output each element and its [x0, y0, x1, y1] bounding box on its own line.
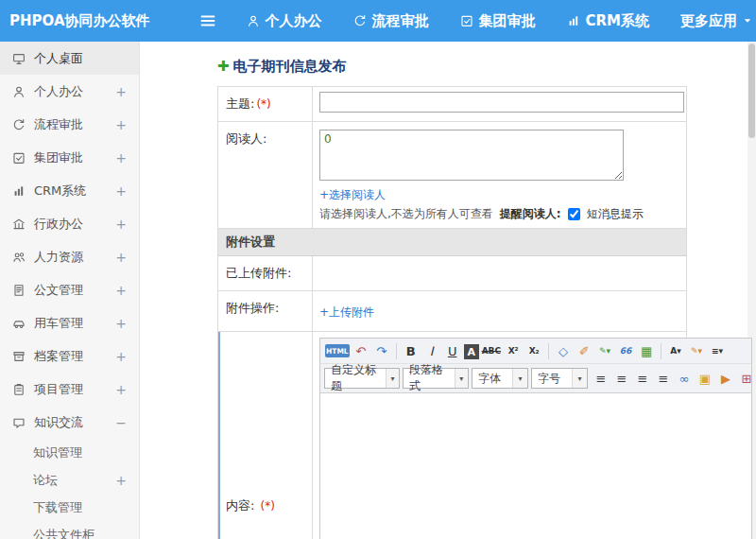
readers-hint: 请选择阅读人,不选为所有人可查看 [319, 206, 493, 222]
remove-format-button[interactable]: ◇ [554, 341, 573, 360]
people-icon [12, 251, 26, 264]
sidebar-item-label: 知识管理 [33, 444, 82, 461]
fullscreen-button[interactable]: ⊞ [737, 369, 751, 388]
sidebar-item-vehicle-management[interactable]: 用车管理 + [0, 306, 139, 339]
upload-attachment-link[interactable]: +上传附件 [319, 304, 374, 321]
desktop-icon [12, 52, 26, 65]
nav-personal-office[interactable]: 个人办公 [247, 12, 322, 30]
source-code-button[interactable]: HTML [325, 344, 350, 357]
list-button[interactable]: ≡▾ [708, 341, 727, 360]
sidebar-item-crm-system[interactable]: CRM系统 + [0, 174, 139, 207]
toolbar-separator [396, 343, 397, 359]
readers-textarea[interactable]: 0 [319, 130, 624, 181]
sidebar-item-document-management[interactable]: 公文管理 + [0, 273, 139, 306]
attachment-section-title: 附件设置 [218, 229, 283, 255]
highlight-color-button[interactable]: ✎▾ [687, 341, 706, 360]
edit-square-icon [460, 14, 473, 27]
underline-button[interactable]: U [443, 341, 462, 360]
expand-icon[interactable]: + [115, 284, 127, 297]
nav-label: CRM系统 [586, 12, 650, 30]
italic-button[interactable]: I [422, 341, 441, 360]
align-right-button[interactable]: ≡ [633, 369, 652, 388]
heading-style-select[interactable]: 自定义标题 ▾ [324, 368, 400, 389]
font-family-select[interactable]: 字体 ▾ [472, 368, 528, 389]
sidebar-item-label: CRM系统 [34, 183, 86, 200]
subject-input[interactable] [319, 92, 684, 113]
edit-square-icon [12, 151, 26, 165]
strikethrough-button[interactable]: ABC [481, 341, 502, 360]
media-button[interactable]: ▶ [716, 369, 735, 388]
blockquote-button[interactable]: 66 [616, 341, 635, 360]
table-button[interactable]: ▦ [637, 341, 656, 360]
expand-icon[interactable]: + [115, 151, 127, 165]
nav-workflow-approval[interactable]: 流程审批 [353, 12, 429, 30]
text-color-button[interactable]: A▾ [666, 341, 685, 360]
sidebar-subitem-forum[interactable]: 论坛 + [0, 466, 139, 494]
sidebar-item-label: 论坛 [33, 472, 58, 489]
readers-row: 阅读人: 0 +选择阅读人 请选择阅读人,不选为所有人可查看 提醒阅读人: 短消… [218, 122, 686, 229]
sms-notify-checkbox[interactable] [568, 208, 580, 220]
align-justify-button[interactable]: ≡ [654, 369, 673, 388]
format-painter-button[interactable]: ✐ [575, 341, 593, 360]
nav-group-approval[interactable]: 集团审批 [460, 12, 536, 30]
sidebar-subitem-knowledge-management[interactable]: 知识管理 [0, 439, 139, 466]
content-row: 内容: (*) HTML↶↷BIUAABCX²X₂◇✐✎▾66▦A▾✎▾≡▾ 自… [218, 332, 686, 539]
image-button[interactable]: ▣ [696, 369, 714, 388]
sidebar-item-human-resources[interactable]: 人力资源 + [0, 240, 139, 273]
sidebar-item-personal-office[interactable]: 个人办公 + [0, 75, 139, 108]
sidebar-subitem-public-file-cabinet[interactable]: 公共文件柜 [0, 521, 139, 539]
select-readers-link[interactable]: +选择阅读人 [319, 187, 679, 203]
expand-icon[interactable]: + [115, 350, 127, 363]
bold-button[interactable]: B [402, 341, 421, 360]
redo-button[interactable]: ↷ [372, 341, 391, 360]
undo-button[interactable]: ↶ [352, 341, 370, 360]
sidebar-item-knowledge-exchange[interactable]: 知识交流 − [0, 406, 139, 439]
remind-readers-label: 提醒阅读人: [500, 206, 561, 222]
nav-label: 更多应用 [680, 12, 737, 30]
expand-icon[interactable]: + [115, 184, 127, 198]
sidebar-item-label: 集团审批 [34, 149, 83, 166]
subject-label: 主题:(*) [218, 87, 313, 121]
app-logo[interactable]: PHPOA协同办公软件 [0, 12, 150, 30]
sidebar-item-archive-management[interactable]: 档案管理 + [0, 339, 139, 373]
publish-form: 主题:(*) 阅读人: 0 +选择阅读人 请选择阅读人,不选为所有人可查看 提醒… [217, 86, 687, 539]
superscript-button[interactable]: X² [504, 341, 523, 360]
sidebar-item-workflow-approval[interactable]: 流程审批 + [0, 108, 139, 141]
sidebar-item-label: 流程审批 [34, 116, 83, 133]
add-icon: ✚ [217, 60, 230, 74]
editor-content-area[interactable] [320, 393, 751, 539]
top-header: PHPOA协同办公软件 个人办公 流程审批 集团审批 CRM系统 更多应用 [0, 0, 756, 42]
hamburger-icon [199, 12, 216, 29]
font-size-select[interactable]: 字号 ▾ [531, 368, 588, 389]
expand-icon[interactable]: + [115, 317, 127, 330]
align-left-button[interactable]: ≡ [592, 369, 610, 388]
scrollbar-thumb[interactable] [748, 43, 755, 138]
nav-label: 个人办公 [266, 12, 322, 30]
sidebar-item-personal-desktop[interactable]: 个人桌面 [0, 42, 139, 75]
expand-icon[interactable]: + [115, 474, 127, 487]
expand-icon[interactable]: + [115, 217, 127, 231]
align-center-button[interactable]: ≡ [612, 369, 631, 388]
main-content: ✚ 电子期刊信息发布 主题:(*) 阅读人: 0 +选择阅读人 请选择阅读人,不… [141, 42, 756, 539]
expand-icon[interactable]: + [115, 383, 127, 396]
subscript-button[interactable]: X₂ [524, 341, 543, 360]
link-button[interactable]: ∞ [675, 369, 694, 388]
expand-icon[interactable]: + [115, 85, 127, 98]
select-value: 字号 [538, 371, 560, 387]
expand-icon[interactable]: + [115, 118, 127, 131]
sidebar-item-label: 个人办公 [34, 83, 83, 100]
menu-toggle-button[interactable] [199, 12, 216, 29]
sidebar-item-admin-office[interactable]: 行政办公 + [0, 207, 139, 240]
nav-more-apps[interactable]: 更多应用 [680, 12, 752, 30]
font-color-button[interactable]: A [464, 344, 479, 359]
fill-color-button[interactable]: ✎▾ [595, 341, 614, 360]
sidebar-item-group-approval[interactable]: 集团审批 + [0, 141, 139, 174]
nav-crm-system[interactable]: CRM系统 [567, 12, 650, 30]
collapse-icon[interactable]: − [115, 416, 127, 429]
expand-icon[interactable]: + [115, 251, 127, 264]
sidebar-item-project-management[interactable]: 项目管理 + [0, 373, 139, 406]
sidebar-item-label: 知识交流 [34, 414, 83, 431]
paragraph-format-select[interactable]: 段落格式 ▾ [403, 368, 469, 389]
toolbar-separator [661, 343, 662, 359]
sidebar-subitem-download-management[interactable]: 下载管理 [0, 494, 139, 521]
